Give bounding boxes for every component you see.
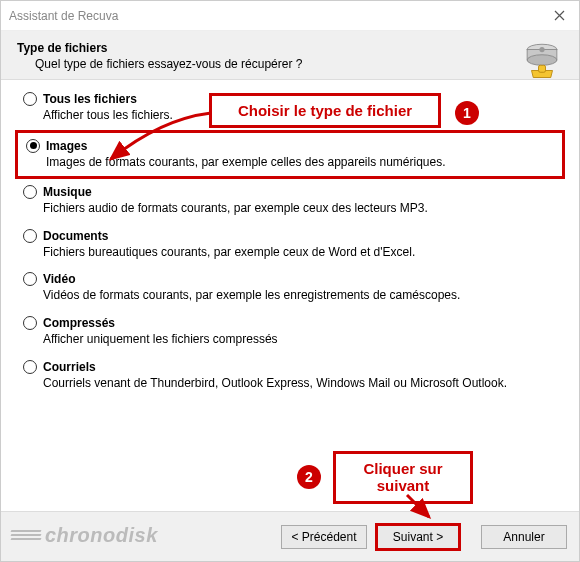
titlebar: Assistant de Recuva	[1, 1, 579, 31]
option-music[interactable]: Musique Fichiers audio de formats couran…	[23, 185, 557, 217]
option-label: Tous les fichiers	[43, 92, 137, 106]
radio-icon	[23, 92, 37, 106]
svg-point-3	[539, 47, 544, 52]
radio-icon	[23, 360, 37, 374]
option-desc: Afficher uniquement les fichiers compres…	[43, 332, 533, 348]
page-subtitle: Quel type de fichiers essayez-vous de ré…	[35, 57, 563, 71]
annotation-callout-1: Choisir le type de fichier	[209, 93, 441, 128]
watermark-logo: chronodisk	[11, 524, 158, 547]
options-panel: Tous les fichiers Afficher tous les fich…	[1, 80, 579, 511]
close-icon	[554, 10, 565, 21]
option-label: Images	[46, 139, 87, 153]
option-desc: Images de formats courants, par exemple …	[46, 155, 536, 171]
cancel-button[interactable]: Annuler	[481, 525, 567, 549]
option-label: Courriels	[43, 360, 96, 374]
recuva-hdd-icon	[521, 39, 563, 81]
wizard-window: Assistant de Recuva Type de fichiers Que…	[0, 0, 580, 562]
option-compressed[interactable]: Compressés Afficher uniquement les fichi…	[23, 316, 557, 348]
svg-point-2	[527, 55, 557, 66]
option-desc: Courriels venant de Thunderbird, Outlook…	[43, 376, 533, 392]
option-desc: Vidéos de formats courants, par exemple …	[43, 288, 533, 304]
option-desc: Fichiers audio de formats courants, par …	[43, 201, 533, 217]
option-documents[interactable]: Documents Fichiers bureautiques courants…	[23, 229, 557, 261]
radio-icon	[23, 316, 37, 330]
option-images[interactable]: Images Images de formats courants, par e…	[15, 130, 565, 180]
option-label: Vidéo	[43, 272, 75, 286]
option-desc: Fichiers bureautiques courants, par exem…	[43, 245, 533, 261]
option-label: Compressés	[43, 316, 115, 330]
option-label: Documents	[43, 229, 108, 243]
close-button[interactable]	[539, 1, 579, 31]
wizard-footer: chronodisk < Précédent Suivant > Annuler	[1, 511, 579, 561]
back-button[interactable]: < Précédent	[281, 525, 367, 549]
radio-icon	[23, 185, 37, 199]
radio-icon	[23, 272, 37, 286]
annotation-marker-2: 2	[297, 465, 321, 489]
radio-icon	[23, 229, 37, 243]
radio-icon	[26, 139, 40, 153]
annotation-marker-1: 1	[455, 101, 479, 125]
page-title: Type de fichiers	[17, 41, 563, 55]
option-video[interactable]: Vidéo Vidéos de formats courants, par ex…	[23, 272, 557, 304]
window-title: Assistant de Recuva	[9, 9, 118, 23]
svg-rect-4	[539, 65, 546, 72]
annotation-callout-2: Cliquer sur suivant	[333, 451, 473, 504]
watermark-text: chronodisk	[45, 524, 158, 547]
next-button[interactable]: Suivant >	[375, 523, 461, 551]
option-emails[interactable]: Courriels Courriels venant de Thunderbir…	[23, 360, 557, 392]
option-label: Musique	[43, 185, 92, 199]
wizard-header: Type de fichiers Quel type de fichiers e…	[1, 31, 579, 79]
